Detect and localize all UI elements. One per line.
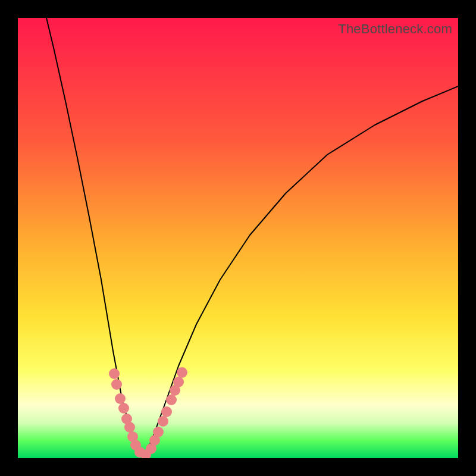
curve-right-branch <box>143 86 458 458</box>
chart-svg <box>18 18 458 458</box>
data-marker <box>115 393 126 404</box>
curve-left-branch <box>46 18 143 458</box>
data-marker <box>158 416 168 427</box>
data-marker <box>111 379 122 390</box>
data-marker <box>161 406 172 417</box>
plot-area: TheBottleneck.com <box>18 18 458 458</box>
data-marker <box>166 394 177 405</box>
data-marker <box>173 377 184 387</box>
data-marker <box>153 427 164 437</box>
data-marker <box>118 403 129 414</box>
chart-frame: TheBottleneck.com <box>0 0 476 476</box>
data-marker <box>124 422 135 433</box>
data-marker <box>177 367 187 378</box>
data-marker <box>109 368 120 379</box>
